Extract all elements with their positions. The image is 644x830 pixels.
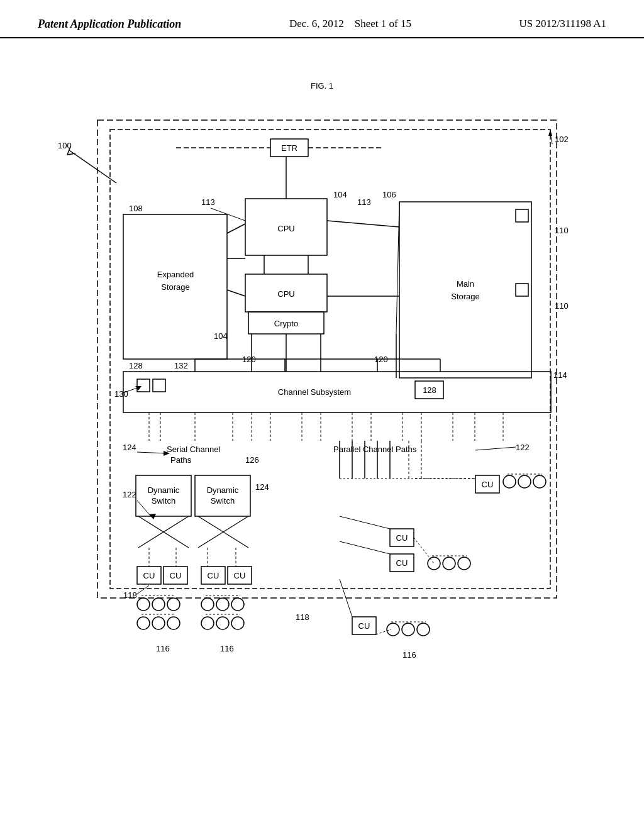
svg-line-116: [327, 221, 399, 227]
svg-point-98: [387, 623, 399, 636]
svg-rect-15: [516, 284, 528, 296]
main-storage-label: Main: [457, 279, 474, 289]
cpu2-label: CPU: [277, 289, 294, 299]
serial-channel-paths-label2: Paths: [170, 455, 192, 465]
cpu1-label: CPU: [277, 224, 294, 233]
diagram-area: FIG. 1 100 102 ETR 108 Expanded Storage …: [0, 38, 644, 818]
dynamic-switch1-label2: Switch: [152, 496, 175, 506]
svg-point-71: [201, 598, 214, 611]
svg-line-104: [340, 541, 390, 554]
cu-label-4: CU: [234, 571, 246, 580]
cu-label-2: CU: [170, 571, 182, 580]
svg-point-67: [137, 617, 150, 629]
svg-line-43: [137, 452, 167, 453]
dynamic-switch2-label2: Switch: [211, 496, 235, 506]
svg-point-73: [231, 598, 244, 611]
svg-point-63: [137, 598, 150, 611]
svg-line-103: [340, 516, 390, 529]
ref-128a: 128: [129, 361, 143, 370]
svg-line-46: [137, 501, 151, 516]
expanded-storage-label2: Storage: [161, 282, 190, 292]
svg-rect-25: [153, 379, 165, 392]
serial-channel-paths-label: Serial Channel: [167, 445, 220, 454]
ref-116a: 116: [156, 644, 170, 653]
figure-title: FIG. 1: [311, 81, 333, 91]
svg-point-72: [216, 598, 229, 611]
svg-line-62: [136, 585, 149, 595]
cu-label-1: CU: [143, 571, 155, 580]
svg-point-65: [167, 598, 180, 611]
svg-point-68: [152, 617, 165, 629]
cu-label-3: CU: [208, 571, 219, 580]
publication-date: Dec. 6, 2012: [289, 18, 344, 30]
ref-113b: 113: [357, 197, 371, 207]
ref-110a: 110: [555, 226, 569, 235]
main-storage-label2: Storage: [451, 292, 480, 301]
main-diagram-svg: FIG. 1 100 102 ETR 108 Expanded Storage …: [0, 38, 644, 818]
cu-label-ur: CU: [482, 480, 494, 489]
cu-label-mr2: CU: [396, 558, 408, 568]
svg-point-77: [231, 617, 244, 629]
ref-130: 130: [114, 389, 128, 399]
svg-line-2: [67, 153, 75, 155]
svg-point-89: [533, 475, 546, 488]
svg-point-95: [458, 557, 470, 570]
cu-label-lr: CU: [358, 621, 370, 631]
cs-ref-128: 128: [423, 385, 436, 395]
ref-122b: 122: [123, 490, 136, 499]
svg-point-76: [216, 617, 229, 629]
ref-104a: 104: [333, 190, 347, 199]
svg-rect-24: [137, 379, 150, 392]
svg-point-75: [201, 617, 214, 629]
svg-line-45: [475, 447, 516, 450]
crypto-label: Crypto: [274, 319, 298, 328]
sheet-info: Sheet 1 of 15: [355, 18, 411, 30]
header-center: Dec. 6, 2012 Sheet 1 of 15: [289, 18, 411, 30]
svg-point-99: [402, 623, 414, 636]
parallel-channel-paths-label: Parallel Channel Paths: [333, 445, 417, 454]
svg-point-87: [503, 475, 516, 488]
ref-124b: 124: [255, 482, 269, 492]
expanded-storage-label: Expanded: [157, 270, 194, 279]
svg-point-100: [417, 623, 430, 636]
ref-110b: 110: [555, 301, 569, 311]
ref-122a: 122: [516, 443, 530, 452]
ref-114: 114: [553, 370, 567, 380]
channel-subsystem-label: Channel Subsystem: [278, 387, 351, 397]
patent-number: US 2012/311198 A1: [519, 18, 606, 30]
svg-rect-13: [399, 202, 531, 378]
ref-104b: 104: [214, 331, 228, 341]
ref-106: 106: [382, 190, 396, 199]
page-header: Patent Application Publication Dec. 6, 2…: [0, 0, 644, 38]
etr-label: ETR: [281, 143, 297, 153]
ref-124a: 124: [123, 443, 136, 452]
ref-116b: 116: [220, 644, 234, 653]
svg-line-107: [414, 538, 434, 563]
svg-point-88: [518, 475, 531, 488]
ref-132: 132: [174, 361, 188, 370]
svg-point-69: [167, 617, 180, 629]
ref-126: 126: [245, 455, 259, 465]
svg-rect-14: [516, 209, 528, 222]
ref-113a: 113: [201, 197, 215, 207]
svg-point-94: [443, 557, 455, 570]
ref-118b: 118: [296, 612, 309, 622]
dynamic-switch1-label: Dynamic: [148, 485, 180, 495]
ref-116c: 116: [402, 650, 416, 660]
svg-line-19: [227, 224, 245, 233]
svg-line-20: [227, 290, 245, 296]
publication-title: Patent Application Publication: [38, 18, 181, 31]
cu-label-mr1: CU: [396, 533, 408, 543]
svg-point-64: [152, 598, 165, 611]
ref-118a: 118: [123, 590, 137, 600]
svg-marker-6: [548, 130, 552, 136]
dynamic-switch2-label: Dynamic: [207, 485, 239, 495]
ref-108: 108: [129, 204, 143, 213]
svg-line-0: [69, 150, 116, 183]
ref-102: 102: [555, 135, 569, 144]
